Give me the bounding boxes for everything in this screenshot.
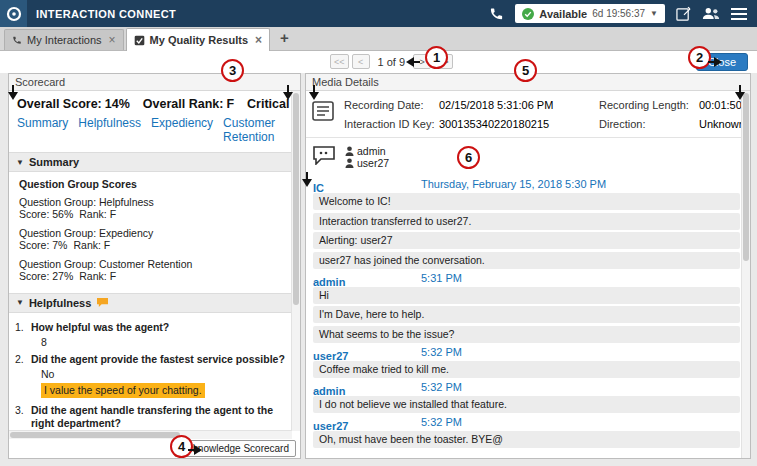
media-details-panel-title: Media Details — [306, 74, 750, 91]
status-timer: 6d 19:56:37 — [592, 8, 645, 19]
close-tab-icon[interactable]: × — [255, 35, 262, 45]
overall-rank: Overall Rank:F — [143, 97, 234, 111]
summary-section-body: Question Group Scores Question Group: He… — [9, 172, 300, 293]
question-answer: No — [41, 368, 292, 381]
question-item: 2.Did the agent provide the fastest serv… — [15, 353, 292, 400]
users-icon[interactable] — [702, 7, 720, 20]
interaction-id-value: 300135340220180215 — [439, 118, 599, 130]
available-status-icon — [522, 8, 534, 20]
add-tab-button[interactable]: + — [275, 29, 294, 48]
recording-date-value: 02/15/2018 5:31:06 PM — [439, 99, 599, 111]
question-answer: 8 — [41, 336, 292, 349]
chat-message: Interaction transferred to user27. — [313, 213, 740, 230]
section-label: Summary — [29, 156, 79, 168]
collapse-arrow-icon: ▼ — [16, 298, 24, 307]
chat-message: Oh, must have been the toaster. BYE@ — [313, 431, 740, 448]
recording-length-value: 00:01:50 — [699, 99, 745, 111]
chat-participants: admin user27 — [306, 138, 750, 173]
app-title: INTERACTION CONNECT — [36, 8, 176, 20]
recording-date-label: Recording Date: — [344, 99, 439, 111]
tab-label: My Quality Results — [150, 34, 248, 46]
question-item: 1.How helpful was the agent? 8 — [15, 321, 292, 349]
scorecard-panel: Scorecard Overall Score:14% Overall Rank… — [8, 73, 301, 459]
scorecard-scrollbar[interactable] — [291, 91, 300, 431]
chat-message: Welcome to IC! — [313, 193, 740, 210]
interactions-icon — [12, 35, 22, 45]
helpfulness-section-header[interactable]: ▼ Helpfulness — [9, 293, 300, 313]
recording-info: Recording Date: 02/15/2018 5:31:06 PM Re… — [306, 91, 750, 138]
close-button[interactable]: Close — [696, 53, 748, 71]
next-page-button[interactable]: > — [413, 54, 431, 69]
chat-message: I'm Dave, here to help. — [313, 306, 740, 323]
status-dropdown[interactable]: Available 6d 19:56:37 ▼ — [515, 4, 665, 23]
toolbar: << < 1 of 9 > >> Close — [0, 51, 757, 73]
topbar-actions: Available 6d 19:56:37 ▼ — [489, 4, 757, 23]
prev-page-button[interactable]: < — [352, 54, 370, 69]
scorecard-footer: Acknowledge Scorecard — [9, 439, 300, 458]
chat-message: What seems to be the issue? — [313, 326, 740, 343]
chat-message: Hi — [313, 287, 740, 304]
quality-results-icon — [134, 35, 145, 46]
pagination: << < 1 of 9 > >> — [330, 54, 453, 69]
question-group: Question Group: Expediency Score: 7%Rank… — [19, 227, 290, 252]
chat-group: user275:32 PM Oh, must have been the toa… — [313, 416, 740, 448]
link-expediency[interactable]: Expediency — [151, 116, 213, 144]
topbar: INTERACTION CONNECT Available 6d 19:56:3… — [0, 0, 757, 27]
media-details-scrollbar[interactable] — [741, 91, 750, 458]
link-helpfulness[interactable]: Helpfulness — [78, 116, 141, 144]
media-details-panel: Media Details Recording Date: 02/15/2018… — [305, 73, 751, 459]
summary-section-header[interactable]: ▼ Summary — [9, 152, 300, 172]
status-label: Available — [539, 8, 587, 20]
chevron-down-icon: ▼ — [650, 9, 658, 18]
chat-message: Alerting: user27 — [313, 232, 740, 249]
question-group: Question Group: Helpfulness Score: 56%Ra… — [19, 196, 290, 221]
tab-bar: My Interactions × My Quality Results × + — [0, 27, 757, 51]
close-tab-icon[interactable]: × — [109, 35, 116, 45]
menu-icon[interactable] — [731, 8, 747, 20]
chat-group: admin5:31 PM Hi I'm Dave, here to help. … — [313, 272, 740, 343]
overall-score: Overall Score:14% — [17, 97, 130, 111]
participant-row: user27 — [345, 157, 389, 169]
direction-label: Direction: — [599, 118, 699, 130]
tab-my-interactions[interactable]: My Interactions × — [4, 29, 124, 50]
interaction-connect-window: INTERACTION CONNECT Available 6d 19:56:3… — [0, 0, 757, 466]
first-page-button[interactable]: << — [330, 54, 349, 69]
scorecard-panel-title: Scorecard — [9, 74, 300, 91]
chat-group: admin5:32 PM I do not believe we install… — [313, 381, 740, 413]
chat-message: I do not believe we installed that featu… — [313, 396, 740, 413]
page-indicator: 1 of 9 — [378, 56, 406, 68]
recording-length-label: Recording Length: — [599, 99, 699, 111]
acknowledge-scorecard-button[interactable]: Acknowledge Scorecard — [174, 440, 296, 457]
person-icon — [345, 158, 354, 168]
chat-message: user27 has joined the conversation. — [313, 252, 740, 269]
participant-row: admin — [345, 145, 389, 157]
chat-transcript: ICThursday, February 15, 2018 5:30 PM We… — [306, 173, 750, 456]
direction-value: Unknown — [699, 118, 745, 130]
chat-group: user275:32 PM Coffee make tried to kill … — [313, 346, 740, 378]
chat-message: Coffee make tried to kill me. — [313, 361, 740, 378]
link-customer-retention[interactable]: Customer Retention — [223, 116, 292, 144]
group-scores-title: Question Group Scores — [19, 178, 290, 191]
recording-details-icon — [312, 101, 334, 130]
comment-icon — [96, 297, 109, 308]
tab-my-quality-results[interactable]: My Quality Results × — [126, 28, 270, 51]
phone-icon[interactable] — [489, 6, 504, 21]
score-summary: Overall Score:14% Overall Rank:F Critica… — [9, 91, 300, 113]
scorecard-nav: Summary Helpfulness Expediency Customer … — [9, 113, 300, 152]
link-summary[interactable]: Summary — [17, 116, 68, 144]
compose-icon[interactable] — [676, 6, 691, 21]
tab-label: My Interactions — [27, 34, 102, 46]
last-page-button[interactable]: >> — [434, 54, 453, 69]
horizontal-scrollbar[interactable] — [9, 430, 292, 439]
question-group: Question Group: Customer Retention Score… — [19, 258, 290, 283]
question-comment-highlight: I value the speed of your chatting. — [41, 383, 205, 398]
person-icon — [345, 146, 354, 156]
section-label: Helpfulness — [29, 297, 91, 309]
app-logo-icon — [0, 0, 27, 27]
chat-bubble-icon — [312, 145, 336, 165]
collapse-arrow-icon: ▼ — [16, 158, 24, 167]
interaction-id-label: Interaction ID Key: — [344, 118, 439, 130]
chat-group: ICThursday, February 15, 2018 5:30 PM We… — [313, 178, 740, 269]
